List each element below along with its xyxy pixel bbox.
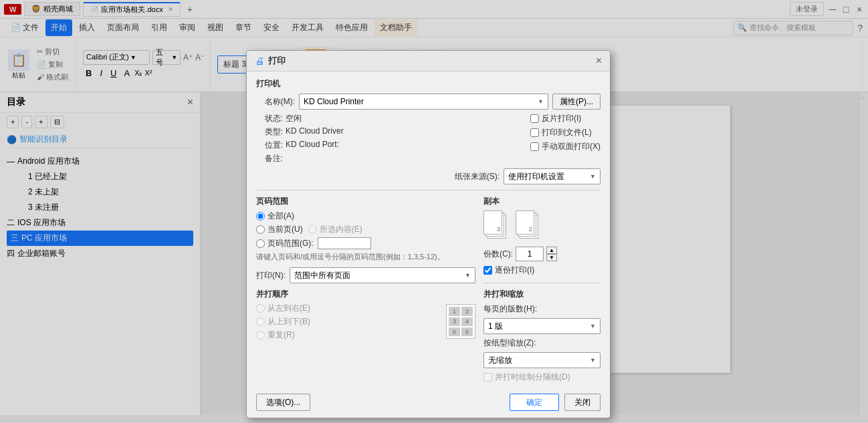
print-select[interactable]: 范围中所有页面 ▼ bbox=[290, 267, 475, 283]
printer-props-btn[interactable]: 属性(P)... bbox=[552, 94, 601, 110]
dialog-title-text: 打印 bbox=[268, 55, 286, 67]
cancel-btn[interactable]: 关闭 bbox=[564, 394, 601, 411]
comment-label: 备注: bbox=[256, 153, 283, 164]
copies-input[interactable] bbox=[516, 247, 544, 261]
per-page-arrow: ▼ bbox=[590, 323, 596, 329]
copies-increment-btn[interactable]: ▲ bbox=[546, 247, 557, 254]
dialog-overlay: 🖨 打印 × 打印机 名称(M): KD Cloud Printer ▼ 属性(… bbox=[0, 0, 868, 423]
location-label: 位置: bbox=[256, 140, 283, 151]
print-dialog: 🖨 打印 × 打印机 名称(M): KD Cloud Printer ▼ 属性(… bbox=[246, 50, 611, 418]
copies-title: 副本 bbox=[483, 196, 601, 207]
print-to-file-checkbox[interactable]: 打印到文件(L) bbox=[530, 127, 601, 138]
dialog-footer: 选项(O)... 确定 关闭 bbox=[247, 390, 610, 418]
collate-grid-icon: 1 2 3 4 5 6 bbox=[446, 304, 475, 339]
paper-source-label: 纸张来源(S): bbox=[455, 171, 500, 182]
printer-select-arrow: ▼ bbox=[538, 98, 544, 105]
reverse-print-checkbox[interactable]: 反片打印(I) bbox=[530, 113, 601, 124]
scale-label: 按纸型缩放(Z): bbox=[483, 337, 536, 349]
status-value: 空闲 bbox=[286, 113, 302, 124]
per-page-label: 每页的版数(H): bbox=[483, 303, 537, 315]
section-divider bbox=[256, 190, 601, 190]
dialog-body: 打印机 名称(M): KD Cloud Printer ▼ 属性(P)... 状… bbox=[247, 72, 610, 390]
scale-arrow: ▼ bbox=[590, 357, 596, 364]
page-range-input[interactable] bbox=[318, 237, 371, 249]
per-page-select[interactable]: 1 版 ▼ bbox=[483, 318, 601, 334]
page-range-radio[interactable]: 页码范围(G): bbox=[256, 238, 314, 249]
collate-top-bottom[interactable]: 从上到下(B) bbox=[256, 316, 441, 327]
paper-source-select[interactable]: 使用打印机设置 ▼ bbox=[504, 168, 601, 184]
scale-title: 并打和缩放 bbox=[483, 289, 601, 300]
printer-checkboxes: 反片打印(I) 打印到文件(L) 手动双面打印(X) bbox=[530, 113, 601, 164]
copies-divider bbox=[483, 283, 601, 283]
page-range-hint: 请键入页码和/或用逗号分隔的页码范围(例如：1,3,5-12)。 bbox=[256, 252, 475, 262]
selection-radio[interactable]: 所选内容(E) bbox=[308, 224, 362, 235]
collate-left-right[interactable]: 从左到右(E) bbox=[256, 303, 441, 314]
page-range-title: 页码范围 bbox=[256, 196, 475, 207]
location-value: KD Cloud Port: bbox=[286, 140, 339, 151]
copies-label: 份数(C): bbox=[483, 249, 513, 260]
dialog-close-btn[interactable]: × bbox=[596, 55, 602, 66]
copy-stack-2: 2 bbox=[516, 210, 544, 243]
copies-decrement-btn[interactable]: ▼ bbox=[546, 254, 557, 261]
printer-name-label: 名称(M): bbox=[256, 96, 295, 108]
printer-dialog-icon: 🖨 bbox=[255, 55, 264, 66]
collate-repeat[interactable]: 重复(R) bbox=[256, 329, 441, 341]
type-label: 类型: bbox=[256, 126, 283, 138]
draw-sep-checkbox: 并打时绘制分隔线(D) bbox=[483, 372, 601, 383]
copy-stack-1: 3 bbox=[483, 210, 512, 243]
status-label: 状态: bbox=[256, 113, 283, 124]
collate-print-checkbox[interactable]: 逐份打印(I) bbox=[483, 265, 601, 276]
collate-title: 并打顺序 bbox=[256, 289, 475, 300]
ok-btn[interactable]: 确定 bbox=[510, 394, 559, 411]
current-page-radio[interactable]: 当前页(U) bbox=[256, 224, 303, 235]
printer-name-select[interactable]: KD Cloud Printer ▼ bbox=[299, 94, 548, 110]
scale-select[interactable]: 无缩放 ▼ bbox=[483, 352, 601, 368]
dialog-titlebar: 🖨 打印 × bbox=[247, 51, 610, 72]
all-pages-radio[interactable]: 全部(A) bbox=[256, 210, 475, 222]
print-select-label: 打印(N): bbox=[256, 270, 286, 281]
paper-source-arrow: ▼ bbox=[590, 173, 596, 180]
print-select-arrow: ▼ bbox=[465, 272, 471, 279]
options-btn[interactable]: 选项(O)... bbox=[256, 394, 310, 411]
type-value: KD Cloud Driver bbox=[286, 126, 344, 138]
duplex-checkbox[interactable]: 手动双面打印(X) bbox=[530, 141, 601, 152]
printer-section-label: 打印机 bbox=[256, 78, 601, 90]
